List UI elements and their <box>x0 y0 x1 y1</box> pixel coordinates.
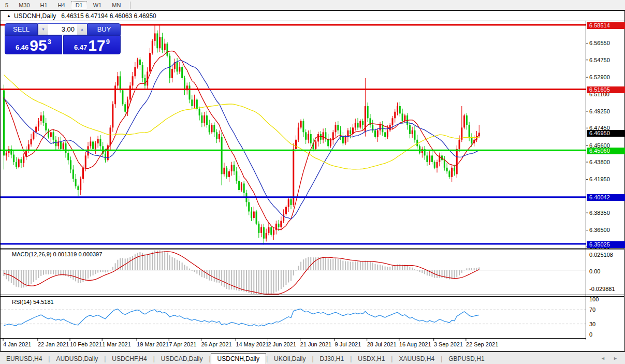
candle-body <box>414 130 415 140</box>
volume-increase-icon[interactable]: ▲ <box>77 24 87 35</box>
tab-usdx-h1[interactable]: USDX,H1 <box>352 354 391 364</box>
timeframe-button-5[interactable]: 5 <box>1 1 12 9</box>
timeframe-button-mn[interactable]: MN <box>108 1 125 9</box>
macd-histogram-bar <box>82 270 83 282</box>
chart-plot-area[interactable] <box>1 11 624 351</box>
macd-histogram-bar <box>105 270 106 273</box>
candle-body <box>258 224 259 233</box>
candle-body <box>419 146 420 153</box>
macd-histogram-bar <box>365 260 366 270</box>
macd-histogram-bar <box>355 261 356 270</box>
candle-body <box>345 137 346 143</box>
candle-body <box>53 132 54 139</box>
macd-histogram-bar <box>332 259 333 270</box>
macd-histogram-bar <box>459 270 460 275</box>
candle-body <box>444 160 445 167</box>
candle-body <box>305 132 307 139</box>
date-axis-label: 10 Feb 2021 <box>70 341 102 347</box>
macd-histogram-bar <box>48 270 49 274</box>
macd-histogram-bar <box>103 270 104 272</box>
candle-body <box>466 115 468 125</box>
candle-body <box>31 139 32 144</box>
tab-audusd-daily[interactable]: AUDUSD,Daily <box>50 354 104 364</box>
volume-decrease-icon[interactable]: ▼ <box>38 24 48 35</box>
timeframe-button-h4[interactable]: H4 <box>54 1 69 9</box>
candle-body <box>357 123 359 127</box>
macd-histogram-bar <box>288 270 289 283</box>
macd-histogram-bar <box>147 254 148 270</box>
candle-body <box>426 155 428 162</box>
timeframe-button-d1[interactable]: D1 <box>71 1 87 9</box>
macd-histogram-bar <box>278 270 279 291</box>
macd-histogram-bar <box>70 270 71 278</box>
macd-histogram-bar <box>53 270 54 274</box>
tab-eurusd-h4[interactable]: EURUSD,H4 <box>0 354 48 364</box>
macd-histogram-bar <box>177 260 178 270</box>
candle-body <box>320 134 322 140</box>
macd-histogram-bar <box>100 270 101 272</box>
candle-body <box>367 106 369 118</box>
timeframe-button-h1[interactable]: H1 <box>36 1 52 9</box>
date-axis-label: 9 Jul 2021 <box>335 341 361 347</box>
macd-histogram-bar <box>90 270 91 276</box>
macd-histogram-bar <box>127 258 128 270</box>
volume-input[interactable] <box>48 24 77 35</box>
candle-body <box>275 224 277 230</box>
date-axis-label: 28 Jul 2021 <box>367 341 397 347</box>
candle-body <box>201 115 202 123</box>
candle-body <box>248 202 250 211</box>
bid-price-button[interactable]: 6.46 95 3 <box>5 35 62 54</box>
macd-histogram-bar <box>122 258 123 270</box>
macd-histogram-bar <box>347 261 348 270</box>
candle-body <box>266 233 267 239</box>
candle-body <box>171 69 173 78</box>
price-axis-label: 6.36500 <box>589 227 610 233</box>
ask-price-button[interactable]: 6.47 17 9 <box>63 35 121 54</box>
macd-histogram-bar <box>464 270 465 270</box>
timeframe-button-m30[interactable]: M30 <box>14 1 34 9</box>
tab-usdchf-h4[interactable]: USDCHF,H4 <box>106 354 153 364</box>
tab-xauusd-h4[interactable]: XAUUSD,H4 <box>393 354 441 364</box>
candle-body <box>110 127 111 145</box>
candle-body <box>434 162 435 168</box>
macd-histogram-bar <box>283 270 284 287</box>
macd-histogram-bar <box>310 257 311 270</box>
candle-body <box>223 168 225 174</box>
macd-histogram-bar <box>38 270 39 278</box>
macd-histogram-bar <box>437 270 438 278</box>
price-badge: 6.40042 <box>587 194 625 201</box>
sell-button[interactable]: SELL <box>5 23 38 35</box>
ask-pip-digit: 9 <box>106 38 110 46</box>
candle-body <box>380 125 381 130</box>
tab-dj30-h1[interactable]: DJ30,H1 <box>314 354 351 364</box>
candle-body <box>191 99 193 106</box>
macd-histogram-bar <box>424 270 425 274</box>
scroll-left-icon[interactable]: ◄ <box>601 356 605 361</box>
candle-body <box>387 130 388 137</box>
buy-button[interactable]: BUY <box>88 23 121 35</box>
macd-histogram-bar <box>112 267 113 270</box>
tab-ukoil-daily[interactable]: UKOil,Daily <box>268 354 312 364</box>
candle-body <box>16 162 17 167</box>
timeframe-button-w1[interactable]: W1 <box>89 1 106 9</box>
tab-gbpusd-h1[interactable]: GBPUSD,H1 <box>442 354 490 364</box>
macd-histogram-bar <box>23 270 24 288</box>
date-axis-label: 7 Apr 2021 <box>169 341 196 347</box>
candle-body <box>129 85 131 99</box>
candle-body <box>234 165 235 171</box>
macd-histogram-bar <box>330 259 331 270</box>
macd-histogram-bar <box>80 270 81 283</box>
scroll-right-icon[interactable]: ► <box>613 356 618 361</box>
ask-big-digits: 17 <box>88 38 105 53</box>
bid-pip-digit: 3 <box>48 38 51 46</box>
macd-histogram-bar <box>221 270 222 286</box>
macd-histogram-bar <box>72 270 74 280</box>
tab-usdcad-daily[interactable]: USDCAD,Daily <box>155 354 209 364</box>
collapse-panel-icon[interactable]: ▲ <box>7 13 11 18</box>
macd-histogram-bar <box>132 256 133 270</box>
date-axis-label: 1 Mar 2021 <box>102 341 131 347</box>
tab-usdcnh-daily[interactable]: USDCNH,Daily <box>211 353 266 364</box>
candle-body <box>350 130 351 134</box>
macd-histogram-bar <box>88 270 89 279</box>
macd-histogram-bar <box>350 261 351 270</box>
